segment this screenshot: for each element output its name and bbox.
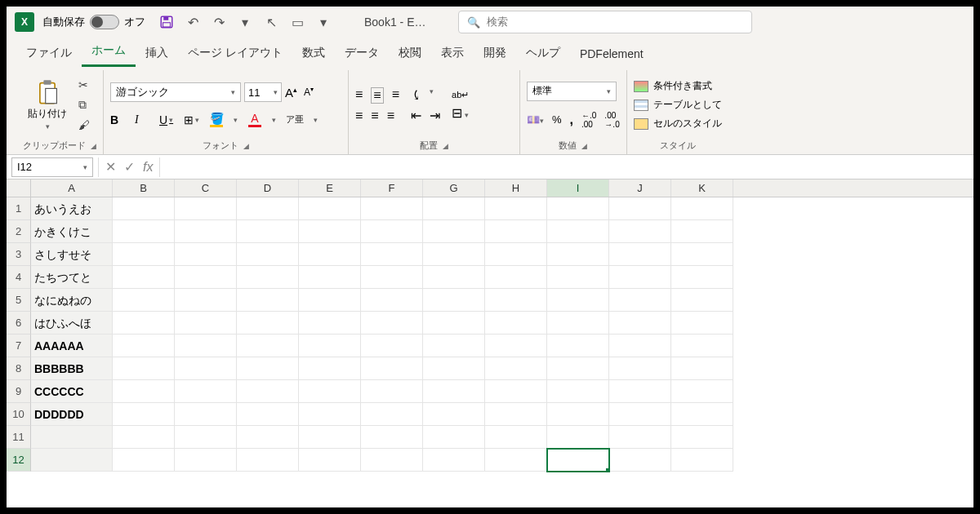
cell[interactable] xyxy=(237,403,299,426)
row-header[interactable]: 12 xyxy=(7,449,31,472)
align-left-icon[interactable]: ≡ xyxy=(355,109,363,123)
cell[interactable] xyxy=(175,357,237,380)
cell[interactable] xyxy=(237,197,299,220)
cell[interactable]: BBBBBB xyxy=(31,357,113,380)
cell[interactable] xyxy=(671,197,733,220)
redo-icon[interactable]: ↷ xyxy=(211,14,227,30)
column-header[interactable]: H xyxy=(485,179,547,197)
cell[interactable] xyxy=(299,220,361,243)
cell[interactable] xyxy=(485,449,547,472)
cell[interactable] xyxy=(609,243,671,266)
cell[interactable] xyxy=(485,312,547,335)
decrease-decimal-icon[interactable]: .00→.0 xyxy=(604,111,619,129)
cell[interactable] xyxy=(609,266,671,289)
cell[interactable] xyxy=(423,449,485,472)
cell[interactable] xyxy=(485,243,547,266)
cell[interactable] xyxy=(361,357,423,380)
cell[interactable] xyxy=(609,357,671,380)
cell[interactable] xyxy=(361,449,423,472)
chevron-down-icon[interactable]: ▾ xyxy=(237,14,253,30)
tab-file[interactable]: ファイル xyxy=(16,39,82,67)
cell[interactable] xyxy=(671,426,733,449)
tab-developer[interactable]: 開発 xyxy=(474,39,516,67)
cell[interactable] xyxy=(175,380,237,403)
cell[interactable]: なにぬねの xyxy=(31,289,113,312)
cell[interactable] xyxy=(237,357,299,380)
cell[interactable] xyxy=(423,380,485,403)
tab-view[interactable]: 表示 xyxy=(431,39,474,67)
row-header[interactable]: 10 xyxy=(7,403,31,426)
row-header[interactable]: 8 xyxy=(7,357,31,380)
fill-color-button[interactable]: 🪣 xyxy=(209,112,224,127)
cell[interactable] xyxy=(423,266,485,289)
cell[interactable] xyxy=(547,380,609,403)
tab-insert[interactable]: 挿入 xyxy=(136,39,178,67)
search-input[interactable]: 🔍 検索 xyxy=(458,11,752,33)
cell[interactable] xyxy=(237,426,299,449)
dialog-launcher-icon[interactable]: ◢ xyxy=(443,142,448,150)
cell[interactable] xyxy=(175,220,237,243)
cell[interactable]: たちつてと xyxy=(31,266,113,289)
cell[interactable]: DDDDDD xyxy=(31,403,113,426)
device-icon[interactable]: ▭ xyxy=(289,14,305,30)
formula-input[interactable] xyxy=(160,157,973,177)
cell[interactable] xyxy=(175,312,237,335)
save-icon[interactable] xyxy=(158,14,175,30)
cancel-icon[interactable]: ✕ xyxy=(105,159,116,175)
cell[interactable] xyxy=(485,335,547,357)
increase-decimal-icon[interactable]: ←.0.00 xyxy=(581,111,596,129)
cell[interactable] xyxy=(423,426,485,449)
row-header[interactable]: 4 xyxy=(7,266,31,289)
phonetic-button[interactable]: ア亜 xyxy=(286,115,304,124)
cell[interactable] xyxy=(671,357,733,380)
row-header[interactable]: 9 xyxy=(7,380,31,403)
toggle-icon[interactable] xyxy=(90,15,119,29)
bold-button[interactable]: B xyxy=(110,113,125,126)
paste-button[interactable]: 貼り付け ▾ xyxy=(23,78,72,132)
dialog-launcher-icon[interactable]: ◢ xyxy=(581,142,587,150)
cell[interactable] xyxy=(361,243,423,266)
cell[interactable] xyxy=(361,220,423,243)
tab-help[interactable]: ヘルプ xyxy=(516,39,570,67)
row-header[interactable]: 5 xyxy=(7,289,31,312)
cell[interactable] xyxy=(547,312,609,335)
cut-icon[interactable]: ✂ xyxy=(78,78,90,91)
format-painter-icon[interactable]: 🖌 xyxy=(78,118,90,131)
spreadsheet-grid[interactable]: ABCDEFGHIJK 1あいうえお2かきくけこ3さしすせそ4たちつてと5なにぬ… xyxy=(7,179,973,507)
cell[interactable]: CCCCCC xyxy=(31,380,113,403)
cell[interactable] xyxy=(609,403,671,426)
cell[interactable] xyxy=(485,380,547,403)
autosave-toggle[interactable]: 自動保存 オフ xyxy=(42,15,145,29)
cell[interactable] xyxy=(485,357,547,380)
tab-formulas[interactable]: 数式 xyxy=(292,39,335,67)
number-format-select[interactable]: 標準▾ xyxy=(527,82,617,101)
cell[interactable] xyxy=(547,266,609,289)
cell[interactable] xyxy=(485,197,547,220)
cell[interactable] xyxy=(485,426,547,449)
cell[interactable] xyxy=(361,335,423,357)
align-bottom-icon[interactable]: ≡ xyxy=(392,87,399,104)
tab-pdfelement[interactable]: PDFelement xyxy=(570,41,653,67)
cell[interactable] xyxy=(671,403,733,426)
cell[interactable] xyxy=(175,243,237,266)
undo-icon[interactable]: ↶ xyxy=(185,14,201,30)
cell[interactable] xyxy=(175,266,237,289)
enter-icon[interactable]: ✓ xyxy=(124,159,135,175)
row-header[interactable]: 2 xyxy=(7,220,31,243)
font-name-select[interactable]: 游ゴシック▾ xyxy=(110,82,241,102)
font-size-select[interactable]: 11▾ xyxy=(244,82,282,102)
column-header[interactable]: A xyxy=(31,179,113,197)
cell[interactable] xyxy=(671,449,733,472)
cell[interactable] xyxy=(361,266,423,289)
cell[interactable] xyxy=(547,357,609,380)
cell[interactable] xyxy=(609,289,671,312)
border-button[interactable]: ⊞ ▾ xyxy=(184,113,199,126)
row-header[interactable]: 1 xyxy=(7,197,31,220)
cell[interactable] xyxy=(31,449,113,472)
cell[interactable] xyxy=(547,449,609,472)
cell[interactable] xyxy=(609,197,671,220)
cell[interactable] xyxy=(299,403,361,426)
cell[interactable] xyxy=(423,220,485,243)
cell[interactable] xyxy=(671,220,733,243)
underline-button[interactable]: U ▾ xyxy=(159,113,174,126)
